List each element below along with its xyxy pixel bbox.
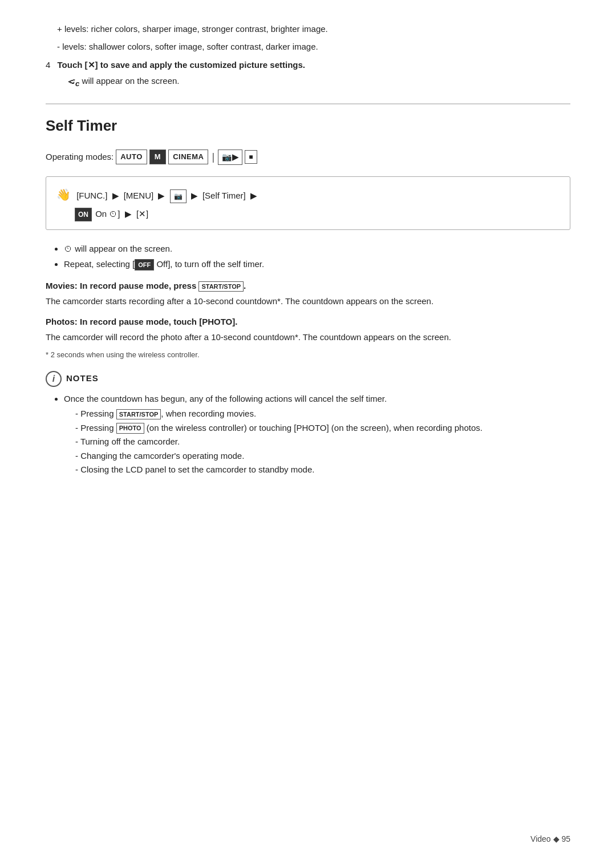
bullet-1: ⏲ will appear on the screen. xyxy=(64,243,570,256)
operating-modes-row: Operating modes: AUTO M CINEMA | 📷▶ ■ xyxy=(46,150,570,165)
notes-icon: i xyxy=(46,371,62,387)
movies-heading: Movies: In record pause mode, press STAR… xyxy=(46,280,570,293)
hand-icon: 👋 xyxy=(56,188,71,201)
operating-modes-label: Operating modes: xyxy=(46,151,114,164)
intro-section: + levels: richer colors, sharper image, … xyxy=(46,23,570,90)
start-stop-badge-1: START/STOP xyxy=(198,281,244,292)
page-footer: Video ◆ 95 xyxy=(530,833,570,845)
func-label: [FUNC.] xyxy=(76,191,107,200)
mode-cinema: CINEMA xyxy=(168,150,208,164)
notes-bullet-1: Once the countdown has begun, any of the… xyxy=(64,393,570,477)
self-timer-section: Self Timer Operating modes: AUTO M CINEM… xyxy=(46,115,570,477)
dash-item-1: Pressing START/STOP, when recording movi… xyxy=(75,407,570,421)
photo-badge-1: PHOTO xyxy=(116,423,144,434)
self-timer-bullets: ⏲ will appear on the screen. Repeat, sel… xyxy=(46,243,570,271)
dash-item-4: Changing the camcorder's operating mode. xyxy=(75,450,570,463)
on-text: On ⏲] xyxy=(95,209,120,219)
notes-bullet-list: Once the countdown has begun, any of the… xyxy=(46,393,570,477)
dash-item-5: Closing the LCD panel to set the camcord… xyxy=(75,463,570,477)
notes-header: i NOTES xyxy=(46,371,570,387)
arrow2: ▶ xyxy=(158,191,165,200)
self-timer-label: [Self Timer] xyxy=(202,191,246,200)
mode-m: M xyxy=(149,150,166,164)
instruction-line2: ON On ⏲] ▶ [✕] xyxy=(56,207,560,221)
photos-heading: Photos: In record pause mode, touch [PHO… xyxy=(46,316,570,329)
plus-line: + levels: richer colors, sharper image, … xyxy=(46,23,570,36)
arrow5: ▶ xyxy=(125,209,132,219)
bullet-2: Repeat, selecting [OFF Off], to turn off… xyxy=(64,258,570,271)
instruction-box: 👋 [FUNC.] ▶ [MENU] ▶ 📷 ▶ [Self Timer] ▶ … xyxy=(46,176,570,230)
pipe-separator: | xyxy=(212,150,214,165)
arrow3: ▶ xyxy=(191,191,198,200)
minus-line: - levels: shallower colors, softer image… xyxy=(46,41,570,54)
step4-line: 4 Touch [✕] to save and apply the custom… xyxy=(46,59,570,72)
x-bracket: [✕] xyxy=(136,209,148,219)
mode-auto: AUTO xyxy=(116,150,147,164)
on-badge: ON xyxy=(75,208,92,221)
start-stop-badge-2: START/STOP xyxy=(116,409,161,420)
notes-dash-list: Pressing START/STOP, when recording movi… xyxy=(64,407,570,477)
instruction-line1: 👋 [FUNC.] ▶ [MENU] ▶ 📷 ▶ [Self Timer] ▶ xyxy=(56,185,560,204)
mode-icon1: 📷▶ xyxy=(218,150,242,165)
cam-badge: 📷 xyxy=(170,189,187,203)
dash-item-3: Turning off the camcorder. xyxy=(75,435,570,449)
footnote: * 2 seconds when using the wireless cont… xyxy=(46,349,570,361)
section-title: Self Timer xyxy=(46,115,570,137)
arrow1: ▶ xyxy=(112,191,119,200)
step4-text: Touch [✕] to save and apply the customiz… xyxy=(58,60,305,70)
movies-body: The camcorder starts recording after a 1… xyxy=(46,295,570,308)
step4-sub: 𝈴c will appear on the screen. xyxy=(46,74,570,90)
menu-label: [MENU] xyxy=(124,191,154,200)
dash-item-2: Pressing PHOTO (on the wireless controll… xyxy=(75,422,570,435)
mode-icon2: ■ xyxy=(245,150,257,164)
arrow4: ▶ xyxy=(250,191,257,200)
section-divider xyxy=(46,103,570,104)
off-badge: OFF xyxy=(135,259,154,271)
notes-section: i NOTES Once the countdown has begun, an… xyxy=(46,371,570,477)
photos-body: The camcorder will record the photo afte… xyxy=(46,331,570,344)
notes-title: NOTES xyxy=(66,372,99,385)
